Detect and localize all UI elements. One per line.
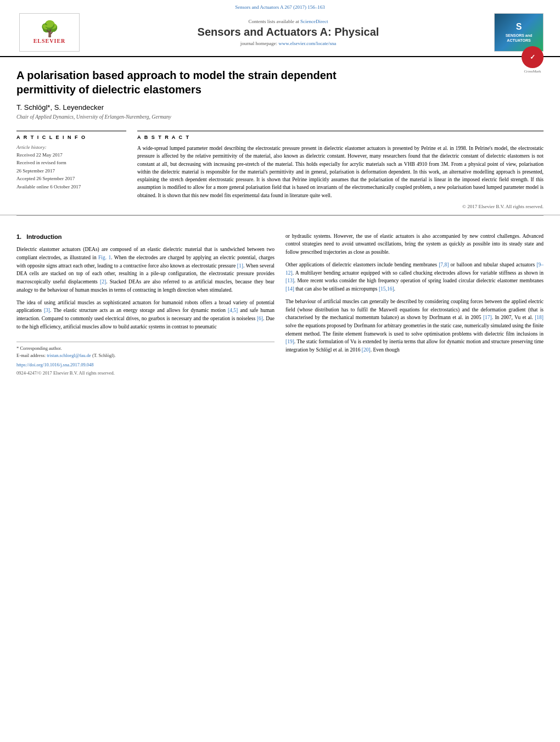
journal-title-center: Contents lists available at ScienceDirec… [82,19,494,46]
affiliation: Chair of Applied Dynamics, University of… [16,114,522,120]
ref6: [6] [257,316,263,321]
email-author: (T. Schlögl). [92,353,116,358]
doi-link[interactable]: https://doi.org/10.1016/j.sna.2017.09.04… [16,362,94,367]
ref19: [19] [285,339,294,344]
content-divider [16,215,544,216]
right-paragraph-2: Other applications of dielectric elastom… [285,261,544,293]
two-column-layout: 1. Introduction Dielectric elastomer act… [16,232,544,377]
ref2: [2] [100,279,106,284]
section1-label: Introduction [23,233,61,240]
crossmark-label: CrossMark [522,69,544,74]
sensors-logo-text: SENSORS and ACTUATORS [495,33,543,43]
ref20: [20] [362,347,371,353]
ref9-12: [9–12] [285,262,544,276]
journal-name: Sensors and Actuators A: Physical [93,26,483,38]
article-dates: Received 22 May 2017 Received in revised… [16,151,126,191]
abstract-text: A wide-spread lumped parameter model des… [137,144,544,199]
doi-line: https://doi.org/10.1016/j.sna.2017.09.04… [16,361,275,369]
email-link[interactable]: tristan.schloegl@fau.de [47,353,91,358]
section1-title: 1. Introduction [16,232,275,242]
crossmark-icon: ✓ [522,46,544,68]
page: Sensors and Actuators A 267 (2017) 156–1… [0,0,560,742]
history-label: Article history: [16,144,126,150]
abstract-title: A B S T R A C T [137,135,544,140]
article-info-title: A R T I C L E I N F O [16,135,126,140]
section1-number: 1. [16,233,21,240]
left-column: 1. Introduction Dielectric elastomer act… [16,232,275,377]
ref13: [13] [285,278,294,283]
abstract-section: A B S T R A C T A wide-spread lumped par… [137,131,544,209]
fig1-ref: Fig. 1 [98,255,111,260]
elsevier-logo: 🌳 ELSEVIER [16,13,82,52]
received-revised-label: Received in revised form [16,159,126,166]
right-paragraph-1: or hydraulic systems. However, the use o… [285,232,544,256]
ref1: [1] [237,263,243,269]
ref78: [7,8] [439,262,449,267]
corresponding-label: * Corresponding author. [16,345,61,351]
journal-homepage: journal homepage: www.elsevier.com/locat… [93,41,483,46]
received-date: Received 22 May 2017 [16,151,126,159]
elsevier-logo-img: 🌳 ELSEVIER [19,13,80,52]
received-revised-date: 26 September 2017 [16,167,126,175]
ref14: [14] [285,286,294,292]
ref3: [3] [44,308,50,313]
email-label: E-mail address: [16,353,46,358]
ref18: [18] [535,315,544,320]
article-title-block: A polarisation based approach to model t… [16,68,522,126]
header-content: 🌳 ELSEVIER Contents lists available at S… [16,13,544,56]
elsevier-tree-icon: 🌳 [40,21,59,37]
journal-header: Sensors and Actuators A 267 (2017) 156–1… [0,0,560,57]
and-connector: and [240,308,248,313]
right-paragraph-3: The behaviour of artificial muscles can … [285,298,544,354]
ref45: [4,5] [228,308,238,313]
ref15-16: [15,16] [379,286,394,292]
right-column: or hydraulic systems. However, the use o… [285,232,544,377]
footnote-area: * Corresponding author. E-mail address: … [16,342,275,376]
crossmark-badge: ✓ CrossMark [522,46,544,74]
sciencedirect-link[interactable]: ScienceDirect [300,19,328,24]
intro-paragraph-1: Dielectric elastomer actuators (DEAs) ar… [16,246,275,294]
footnote-corresponding: * Corresponding author. [16,345,275,352]
main-content: 1. Introduction Dielectric elastomer act… [0,224,560,388]
authors: T. Schlögl*, S. Leyendecker [16,103,522,111]
homepage-link[interactable]: www.elsevier.com/locate/sna [278,41,336,46]
available-date: Available online 6 October 2017 [16,183,126,191]
article-title: A polarisation based approach to model t… [16,68,390,97]
elsevier-brand-text: ELSEVIER [33,38,66,44]
intro-paragraph-2: The idea of using artificial muscles as … [16,299,275,331]
copyright: © 2017 Elsevier B.V. All rights reserved… [137,204,544,209]
sensors-logo-icon: S [516,22,522,32]
journal-top-bar: Sensors and Actuators A 267 (2017) 156–1… [16,4,544,10]
article-section: A polarisation based approach to model t… [0,57,560,215]
journal-ref: Sensors and Actuators A 267 (2017) 156–1… [235,4,325,10]
contents-available-text: Contents lists available at ScienceDirec… [93,19,483,24]
ref17: [17] [483,315,492,320]
author-names: T. Schlögl*, S. Leyendecker [16,103,104,111]
info-abstract-container: A R T I C L E I N F O Article history: R… [16,131,544,209]
article-info: A R T I C L E I N F O Article history: R… [16,131,126,209]
issn-line: 0924-4247/© 2017 Elsevier B.V. All right… [16,370,275,377]
accepted-date: Accepted 26 September 2017 [16,175,126,182]
footnote-email: E-mail address: tristan.schloegl@fau.de … [16,352,275,359]
